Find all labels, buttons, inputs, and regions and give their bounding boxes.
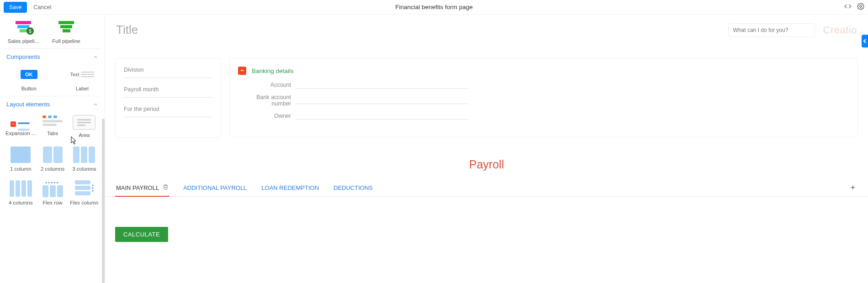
trash-icon[interactable] bbox=[163, 184, 169, 191]
funnel-icon: $ bbox=[16, 21, 31, 33]
add-tab-button[interactable]: + bbox=[847, 180, 858, 195]
calculate-button[interactable]: CALCULATE bbox=[115, 227, 168, 242]
svg-point-0 bbox=[860, 5, 862, 7]
tabs-icon bbox=[42, 115, 63, 127]
layout-label: 1 column bbox=[10, 166, 32, 172]
section-components-header[interactable]: Components bbox=[5, 48, 100, 65]
area-icon bbox=[77, 118, 91, 127]
column-icon bbox=[10, 180, 32, 197]
flexcol-icon: ▾▾▾ bbox=[75, 180, 94, 197]
chevron-up-icon bbox=[93, 102, 98, 107]
layout-label: 3 columns bbox=[72, 166, 96, 172]
gear-icon[interactable] bbox=[857, 3, 864, 11]
field-payroll-month[interactable]: Payroll month bbox=[124, 86, 212, 98]
layout-flexcolumn[interactable]: ▾▾▾ Flex column bbox=[69, 180, 99, 205]
field-label: Division bbox=[124, 67, 212, 73]
layout-label: Area bbox=[79, 132, 90, 138]
widget-full-pipeline[interactable]: Full pipeline bbox=[50, 18, 82, 44]
field-label: Account bbox=[238, 82, 291, 88]
scrollbar[interactable] bbox=[102, 119, 105, 283]
section-title-payroll[interactable]: Payroll bbox=[105, 158, 868, 171]
tab-deductions[interactable]: DEDUCTIONS bbox=[333, 180, 374, 196]
page-title: Financial benefits form page bbox=[395, 4, 473, 10]
column-icon bbox=[73, 147, 95, 163]
topbar: Save Cancel Financial benefits form page bbox=[0, 0, 868, 15]
layout-label: 2 columns bbox=[41, 166, 64, 172]
label-sample-icon: Text bbox=[70, 70, 94, 79]
layout-3columns[interactable]: 3 columns bbox=[69, 146, 99, 172]
field-account[interactable]: Account bbox=[238, 81, 849, 89]
field-owner[interactable]: Owner bbox=[238, 112, 849, 120]
section-title: Layout elements bbox=[6, 101, 50, 108]
column-icon bbox=[43, 147, 63, 163]
layout-1column[interactable]: 1 column bbox=[5, 146, 36, 172]
cancel-button[interactable]: Cancel bbox=[33, 4, 51, 10]
widget-label: Sales pipeli... bbox=[8, 38, 39, 44]
tab-additional-payroll[interactable]: ADDITIONAL PAYROLL bbox=[182, 180, 248, 196]
funnel-icon bbox=[58, 21, 74, 33]
collapse-panel-tab[interactable] bbox=[862, 35, 868, 47]
layout-flexrow[interactable]: ▸▸▸▸▸ Flex row bbox=[37, 180, 67, 205]
search-input[interactable] bbox=[728, 23, 815, 37]
layout-tabs[interactable]: Tabs bbox=[37, 115, 67, 138]
component-label: Button bbox=[21, 86, 37, 91]
field-label: Payroll month bbox=[124, 86, 212, 93]
widget-label: Full pipeline bbox=[52, 38, 80, 44]
canvas-title[interactable]: Title bbox=[116, 23, 138, 37]
section-layout-header[interactable]: Layout elements bbox=[5, 96, 100, 112]
tabs-bar: MAIN PAYROLL ADDITIONAL PAYROLL LOAN RED… bbox=[105, 179, 868, 197]
tab-label: DEDUCTIONS bbox=[333, 184, 373, 191]
layout-label: Expansion ... bbox=[5, 131, 36, 136]
layout-expansion[interactable]: ^ Expansion ... bbox=[5, 115, 36, 138]
layout-2columns[interactable]: 2 columns bbox=[37, 146, 67, 172]
layout-label: Tabs bbox=[47, 131, 58, 136]
flexrow-icon: ▸▸▸▸▸ bbox=[42, 180, 63, 197]
expand-icon[interactable] bbox=[238, 67, 246, 75]
column-icon bbox=[11, 147, 31, 163]
code-icon[interactable] bbox=[844, 3, 852, 11]
field-label: Bank account number bbox=[238, 94, 291, 107]
tab-main-payroll[interactable]: MAIN PAYROLL bbox=[115, 179, 169, 197]
component-label[interactable]: Text Label bbox=[67, 66, 98, 91]
save-button[interactable]: Save bbox=[4, 2, 27, 13]
chevron-up-icon bbox=[93, 54, 98, 60]
component-label: Label bbox=[76, 86, 89, 91]
right-card[interactable]: Banking details Account Bank account num… bbox=[229, 58, 858, 137]
tab-label: ADDITIONAL PAYROLL bbox=[183, 184, 247, 191]
tab-label: MAIN PAYROLL bbox=[116, 184, 159, 191]
field-label: For the period bbox=[124, 106, 212, 112]
layout-label: Flex row bbox=[42, 200, 62, 205]
tab-label: LOAN REDEMPTION bbox=[261, 184, 319, 191]
field-for-the-period[interactable]: For the period bbox=[124, 106, 212, 117]
creatio-logo: Creatio bbox=[823, 24, 857, 36]
designer-canvas: Title Creatio Division Payroll month For… bbox=[105, 15, 868, 283]
layout-area[interactable]: Area bbox=[69, 115, 99, 138]
button-sample-icon: OK bbox=[21, 70, 37, 79]
left-card[interactable]: Division Payroll month For the period bbox=[115, 58, 221, 138]
field-division[interactable]: Division bbox=[124, 67, 212, 78]
section-title: Components bbox=[6, 53, 40, 60]
field-label: Owner bbox=[238, 113, 291, 119]
layout-label: Flex column bbox=[70, 200, 98, 205]
layout-4columns[interactable]: 4 columns bbox=[5, 180, 36, 205]
widget-sales-pipeline[interactable]: $ Sales pipeli... bbox=[7, 18, 39, 44]
layout-label: 4 columns bbox=[9, 200, 32, 205]
field-bank-account-number[interactable]: Bank account number bbox=[238, 94, 849, 107]
tab-loan-redemption[interactable]: LOAN REDEMPTION bbox=[260, 180, 320, 196]
card-title: Banking details bbox=[252, 68, 294, 74]
designer-sidebar: $ Sales pipeli... Full pipeline Componen… bbox=[0, 15, 105, 283]
component-button[interactable]: OK Button bbox=[14, 66, 44, 91]
